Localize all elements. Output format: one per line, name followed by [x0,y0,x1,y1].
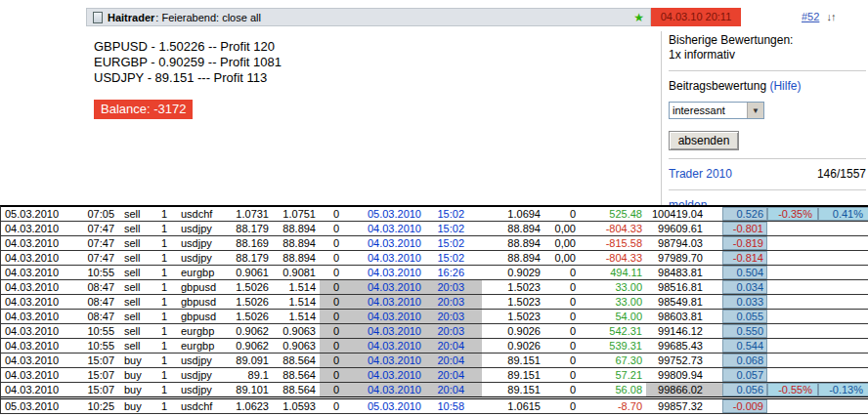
trade-side: sell [120,324,153,338]
symbol: usdjpy [175,251,226,265]
summary-percent-2 [818,266,868,279]
rating-select[interactable]: interessant ▼ [669,102,764,119]
profit: -8.70 [580,399,646,413]
open-price: 89.1 [226,368,273,382]
dropdown-arrow-icon[interactable]: ▼ [747,103,763,118]
price-2: 1.0751 [273,207,320,221]
trade-side: buy [120,383,153,396]
lots: 1 [153,354,175,367]
close-time: 20:03 [423,310,482,323]
profit: 494.11 [580,266,646,279]
profit-percent: 0.057 [722,368,767,382]
summary-percent-2: 0.41% [818,207,868,221]
close-date: 04.03.2010 [345,324,423,338]
summary-percent-2 [818,295,868,309]
balance: 99809.94 [646,368,722,382]
rating-section: Beitragsbewertung (Hilfe) [669,79,866,94]
zero-2: 0 [544,354,580,367]
close-time: 20:03 [423,324,482,338]
post-nav-arrows-icon[interactable]: ↓↑ [826,11,835,22]
zero-flag: 0 [320,324,345,338]
price-2: 88.894 [273,236,320,250]
open-price: 0.9062 [226,339,273,353]
zero-flag: 0 [320,236,345,250]
balance: 98516.81 [646,280,722,294]
zero-flag: 0 [320,354,345,367]
price-2: 1.514 [273,310,320,323]
balance: 99685.43 [646,339,722,353]
submit-rating-button[interactable]: absenden [669,131,739,150]
trader-link[interactable]: Trader 2010 [669,167,732,182]
zero-2: 0 [544,368,580,382]
price-2: 1.514 [273,280,320,294]
trade-side: buy [120,399,153,413]
close-price: 88.894 [482,222,544,235]
close-date: 04.03.2010 [345,383,423,396]
open-price: 1.5026 [226,280,273,294]
profit-percent: -0.009 [722,399,767,413]
zero-flag: 0 [320,295,345,309]
open-date: 04.03.2010 [1,383,77,396]
profit: 57.21 [580,368,646,382]
post-number-link[interactable]: #52 [802,11,819,22]
price-2: 0.9081 [273,266,320,279]
close-price: 89.151 [482,368,544,382]
open-time: 07:05 [77,207,120,221]
open-date: 04.03.2010 [1,236,77,250]
trade-side: sell [120,222,153,235]
open-price: 1.5026 [226,310,273,323]
price-2: 88.564 [273,368,320,382]
open-price: 1.5026 [226,295,273,309]
profit: -804.33 [580,251,646,265]
balance: 100419.04 [646,207,722,221]
summary-percent-1 [767,354,818,367]
trade-side: sell [120,295,153,309]
price-2: 1.0593 [273,399,320,413]
table-row: 04.03.201007:47sell1usdjpy88.16988.89400… [1,236,868,251]
close-date: 04.03.2010 [345,222,423,235]
summary-percent-2 [818,280,868,294]
post-header-row: Haitrader : Feierabend: close all ★ 04.0… [86,8,868,26]
summary-percent-1 [767,251,818,265]
summary-percent-1: -0.35% [767,207,818,221]
lots: 1 [153,324,175,338]
rating-section-label: Beitragsbewertung [669,79,766,93]
trade-side: buy [120,368,153,382]
symbol: usdjpy [175,383,226,396]
summary-percent-2 [818,354,868,367]
close-date: 04.03.2010 [345,236,423,250]
help-link[interactable]: (Hilfe) [769,79,801,93]
lots: 1 [153,236,175,250]
open-time: 10:55 [77,339,120,353]
balance: 99752.73 [646,354,722,367]
symbol: usdchf [175,207,226,221]
profit-percent: 0.056 [722,383,767,396]
open-date: 04.03.2010 [1,368,77,382]
profit-percent: -0.819 [722,236,767,250]
post-author[interactable]: Haitrader [108,12,154,23]
summary-percent-1 [767,266,818,279]
close-price: 89.151 [482,354,544,367]
balance: 99866.02 [646,383,722,396]
lots: 1 [153,339,175,353]
trade-side: sell [120,266,153,279]
forum-page: Haitrader : Feierabend: close all ★ 04.0… [0,0,868,416]
star-icon[interactable]: ★ [633,12,644,23]
close-price: 1.5023 [482,310,544,323]
lots: 1 [153,310,175,323]
trade-side: sell [120,236,153,250]
profit-percent: 0.544 [722,339,767,353]
open-price: 89.101 [226,383,273,396]
summary-percent-2 [818,310,868,323]
price-2: 88.894 [273,222,320,235]
balance: 99857.32 [646,399,722,413]
symbol: gbpusd [175,295,226,309]
sidebar-divider [661,31,662,205]
price-2: 0.9063 [273,339,320,353]
lots: 1 [153,295,175,309]
zero-flag: 0 [320,310,345,323]
close-date: 04.03.2010 [345,280,423,294]
lots: 1 [153,368,175,382]
summary-percent-2 [818,236,868,250]
summary-percent-1 [767,310,818,323]
